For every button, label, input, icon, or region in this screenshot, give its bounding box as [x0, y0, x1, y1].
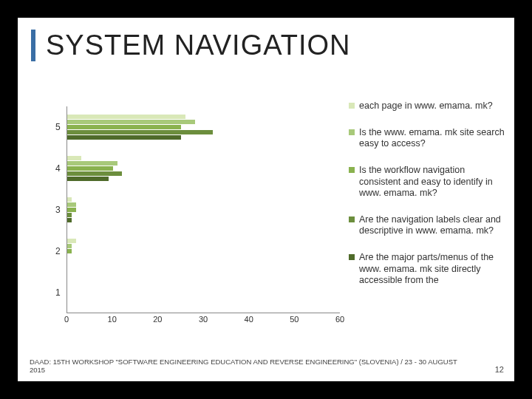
chart-y-tick: 1 — [55, 287, 61, 298]
legend-item: Are the major parts/menus of the www. em… — [349, 252, 508, 287]
chart-bar — [67, 208, 76, 212]
legend-item: each page in www. emama. mk? — [349, 100, 508, 112]
chart-bar — [67, 125, 181, 129]
chart-x-tick: 60 — [335, 315, 344, 324]
chart-bar — [67, 202, 76, 207]
legend-swatch-icon — [349, 129, 355, 135]
page-title: SYSTEM NAVIGATION — [46, 30, 351, 61]
legend-label: each page in www. emama. mk? — [359, 100, 493, 112]
chart-bar — [67, 115, 185, 119]
chart-x-tick: 30 — [199, 315, 208, 324]
chart-x-axis: 0102030405060 — [66, 315, 340, 327]
legend-label: Are the major parts/menus of the www. em… — [359, 252, 508, 287]
slide: SYSTEM NAVIGATION 54321 0102030405060 ea… — [18, 18, 514, 381]
bar-chart: 54321 0102030405060 — [53, 106, 340, 328]
legend-swatch-icon — [349, 167, 355, 173]
chart-bar — [67, 135, 181, 140]
legend-item: Are the navigation labels clear and desc… — [349, 214, 508, 237]
chart-bar — [67, 120, 195, 124]
title-accent: SYSTEM NAVIGATION — [31, 30, 351, 61]
chart-x-tick: 20 — [153, 315, 162, 324]
chart-x-tick: 40 — [245, 315, 253, 324]
chart-y-tick: 3 — [55, 205, 61, 215]
chart-bar — [67, 156, 81, 160]
chart-bar — [67, 130, 213, 134]
page-number: 12 — [495, 365, 504, 374]
chart-bar — [67, 244, 72, 248]
chart-plot-area: 54321 — [66, 106, 340, 313]
footer-text: DAAD: 15TH WORKSHOP "SOFTWARE ENGINEERIN… — [30, 358, 473, 374]
legend-label: Is the workflow navigation consistent an… — [359, 165, 508, 200]
chart-x-tick: 10 — [108, 315, 117, 324]
legend-item: Is the workflow navigation consistent an… — [349, 165, 508, 200]
chart-bar — [67, 218, 72, 222]
chart-bar — [67, 197, 72, 202]
legend-label: Are the navigation labels clear and desc… — [359, 214, 508, 237]
chart-legend: each page in www. emama. mk? Is the www.… — [349, 100, 508, 301]
legend-item: Is the www. emama. mk site search easy t… — [349, 127, 508, 150]
chart-y-tick: 5 — [55, 122, 61, 132]
chart-bar — [67, 213, 72, 217]
chart-x-tick: 0 — [64, 315, 69, 324]
chart-bar — [67, 177, 109, 181]
legend-label: Is the www. emama. mk site search easy t… — [359, 127, 508, 150]
legend-swatch-icon — [349, 254, 355, 260]
chart-bar — [67, 249, 72, 253]
chart-bar — [67, 161, 117, 166]
legend-swatch-icon — [349, 103, 355, 109]
chart-y-tick: 4 — [55, 163, 61, 174]
chart-bar — [67, 171, 122, 176]
legend-swatch-icon — [349, 216, 355, 222]
chart-bar — [67, 166, 113, 171]
chart-bar — [67, 239, 76, 243]
chart-x-tick: 50 — [290, 315, 299, 324]
chart-y-tick: 2 — [55, 246, 61, 256]
